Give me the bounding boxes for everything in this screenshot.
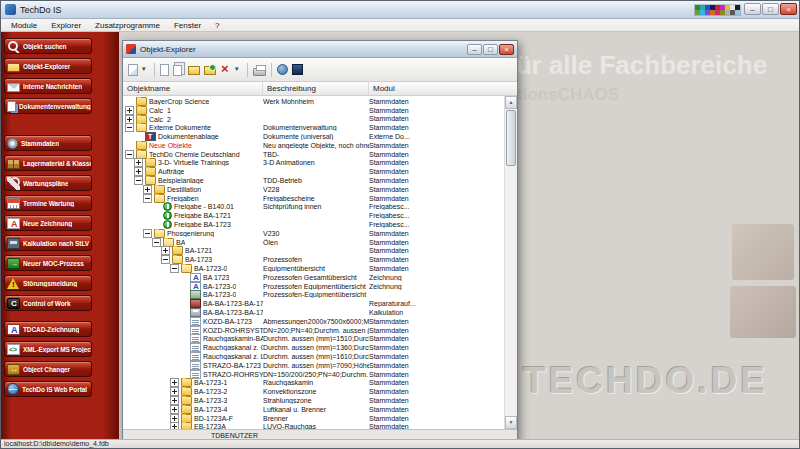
tree-row[interactable]: BayerCrop ScienceWerk MohnheimStammdaten: [123, 97, 504, 106]
expander-plus-icon[interactable]: [170, 414, 179, 423]
sidebar-button-interne-nachrichten[interactable]: Interne Nachrichten: [4, 78, 92, 94]
scroll-up-button[interactable]: ▲: [505, 96, 517, 109]
sidebar-button-xml-export-ms-project[interactable]: XML-Export MS Project: [4, 341, 92, 357]
tree-row[interactable]: KOZD-BA-1723Abmessungen2000x7500x6000;Ma…: [123, 317, 504, 326]
sidebar-button-wartungspläne[interactable]: Wartungspläne: [4, 175, 92, 191]
explorer-minimize-button[interactable]: –: [467, 44, 482, 55]
expander-plus-icon[interactable]: [161, 246, 170, 255]
sidebar-button-termine-wartung[interactable]: Termine Wartung: [4, 195, 92, 211]
tree-row[interactable]: BA-1721Stammdaten: [123, 247, 504, 256]
tree-row[interactable]: Freigabe BA-1721Freigabesc...: [123, 211, 504, 220]
sidebar-button-neuer-moc-prozess[interactable]: Neuer MOC-Prozess: [4, 255, 92, 271]
expander-minus-icon[interactable]: [152, 238, 161, 247]
navigate-icon[interactable]: [128, 64, 138, 76]
new-document-icon[interactable]: [160, 64, 169, 76]
expander-minus-icon[interactable]: [143, 194, 152, 203]
expander-plus-icon[interactable]: [170, 422, 179, 429]
expander-minus-icon[interactable]: [134, 176, 143, 185]
tree-row[interactable]: Neue ObjekteNeu angelegte Objekte, noch …: [123, 141, 504, 150]
copy-icon[interactable]: [173, 65, 182, 76]
tree-row[interactable]: BA 1723Prozessofen GesamtübersichtZeichn…: [123, 273, 504, 282]
tree-row[interactable]: Rauchgaskanal z. LUVODurchm. aussen (mm)…: [123, 352, 504, 361]
sidebar-button-objekt-suchen[interactable]: Objekt suchen: [4, 38, 92, 54]
tree-row[interactable]: PhosgenierungV230Stammdaten: [123, 229, 504, 238]
tree-row[interactable]: STRAZO-ROHRSYSTEMDN=150/200/250;PN=40;Du…: [123, 370, 504, 379]
explorer-close-button[interactable]: ×: [499, 44, 514, 55]
tree-row[interactable]: BA-1723-0Prozessofen-Equipmentübersicht: [123, 291, 504, 300]
expander-plus-icon[interactable]: [134, 167, 143, 176]
tree-row[interactable]: 3-D- Virtuelle Trainings3-D AnimationenS…: [123, 159, 504, 168]
menu-item-explorer[interactable]: Explorer: [44, 19, 88, 32]
explorer-titlebar[interactable]: Objekt-Explorer – □ ×: [123, 41, 517, 58]
tree-row[interactable]: BA-1723-0Prozessofen EquipmentübersichtZ…: [123, 282, 504, 291]
column-header-beschreibung[interactable]: Beschreibung: [263, 82, 369, 95]
column-header-objektname[interactable]: Objektname: [123, 82, 263, 95]
expander-plus-icon[interactable]: [170, 378, 179, 387]
expander-plus-icon[interactable]: [134, 158, 143, 167]
expander-minus-icon[interactable]: [143, 229, 152, 238]
close-button[interactable]: ×: [780, 3, 797, 15]
folder-add-icon[interactable]: [204, 66, 216, 75]
expander-plus-icon[interactable]: [170, 387, 179, 396]
tree-row[interactable]: Externe DokumenteDokumentenverwaltungSta…: [123, 123, 504, 132]
expander-plus-icon[interactable]: [125, 115, 134, 124]
sidebar-button-objekt-explorer[interactable]: Objekt-Explorer: [4, 58, 92, 74]
sidebar-button-techdo-is-web-portal[interactable]: TechDo IS Web Portal: [4, 381, 92, 397]
sidebar-button-störungsmeldung[interactable]: Störungsmeldung: [4, 275, 92, 291]
menu-item-module[interactable]: Module: [4, 19, 44, 32]
tree-row[interactable]: BA-1723ProzessofenStammdaten: [123, 255, 504, 264]
vertical-scrollbar[interactable]: ▲ ▼: [504, 96, 517, 429]
menu-item-?[interactable]: ?: [208, 19, 226, 32]
sidebar-button-stammdaten[interactable]: Stammdaten: [4, 135, 92, 151]
tree-row[interactable]: BA-1723-1RauchgaskaminStammdaten: [123, 379, 504, 388]
expander-minus-icon[interactable]: [125, 150, 134, 159]
new-folder-icon[interactable]: [188, 66, 200, 75]
sidebar-button-object-changer[interactable]: Object Changer: [4, 361, 92, 377]
tree-row[interactable]: DestillationV228Stammdaten: [123, 185, 504, 194]
tree-row[interactable]: Rauchgaskamin-BA-1723Durchm. aussen (mm)…: [123, 335, 504, 344]
tree-row[interactable]: TechDo Chemie DeutschlandTBD-Stammdaten: [123, 150, 504, 159]
expander-plus-icon[interactable]: [170, 405, 179, 414]
sidebar-button-dokumentenverwaltung[interactable]: Dokumentenverwaltung: [4, 98, 92, 114]
expander-minus-icon[interactable]: [161, 255, 170, 264]
tree-row[interactable]: AufträgeStammdaten: [123, 167, 504, 176]
info-icon[interactable]: [277, 64, 288, 75]
tree-row[interactable]: BA-1723-2KonvektionszoneStammdaten: [123, 387, 504, 396]
tree-row[interactable]: BA-1723-0EquipmentübersichtStammdaten: [123, 264, 504, 273]
tree-row[interactable]: BA-BA-1723-BA-17230Kalkulation: [123, 308, 504, 317]
scrollbar-thumb[interactable]: [506, 110, 516, 166]
tree-row[interactable]: Freigabe - B140.01Sichtprüfung innenFrei…: [123, 203, 504, 212]
tree-row[interactable]: BeispielanlageTDD-BetriebStammdaten: [123, 176, 504, 185]
caret-icon[interactable]: [235, 63, 242, 77]
tree-row[interactable]: Calc_2Stammdaten: [123, 115, 504, 124]
caret-icon[interactable]: [142, 63, 149, 77]
delete-icon[interactable]: [220, 63, 231, 76]
column-header-modul[interactable]: Modul: [369, 82, 517, 95]
sidebar-button-neue-zeichnung[interactable]: Neue Zeichnung: [4, 215, 92, 231]
tree-row[interactable]: Calc_1Stammdaten: [123, 106, 504, 115]
titlebar[interactable]: TechDo IS – □ ×: [1, 1, 799, 19]
tree-row[interactable]: STRAZO-BA-1723Durchm. aussen (mm)=7090;H…: [123, 361, 504, 370]
tree-row[interactable]: BA-BA-1723-BA-1723-0Reparaturauf...: [123, 299, 504, 308]
menu-item-fenster[interactable]: Fenster: [167, 19, 208, 32]
app-icon[interactable]: [292, 64, 303, 75]
tree-row[interactable]: FreigabenFreigabescheineStammdaten: [123, 194, 504, 203]
expander-minus-icon[interactable]: [125, 123, 134, 132]
maximize-button[interactable]: □: [762, 3, 779, 15]
tree-row[interactable]: BA-1723-3StrahlungszoneStammdaten: [123, 396, 504, 405]
tree-row[interactable]: BD-1723A-FBrennerStammdaten: [123, 414, 504, 423]
sidebar-button-kalkulation-nach-stlv[interactable]: Kalkulation nach StLV: [4, 235, 92, 251]
expander-plus-icon[interactable]: [125, 106, 134, 115]
tree-row[interactable]: BAÖlenStammdaten: [123, 238, 504, 247]
expander-plus-icon[interactable]: [143, 185, 152, 194]
scroll-down-button[interactable]: ▼: [505, 416, 517, 429]
minimize-button[interactable]: –: [744, 3, 761, 15]
tree-row[interactable]: BA-1723-4Luftkanal u. BrennerStammdaten: [123, 405, 504, 414]
menu-item-zusatzprogramme[interactable]: Zusatzprogramme: [88, 19, 167, 32]
tree-row[interactable]: KOZD-ROHRSYSTEMDN=200;PN=40;Durchm. auss…: [123, 326, 504, 335]
expander-minus-icon[interactable]: [170, 264, 179, 273]
tree-row[interactable]: Freigabe BA-1723Freigabesc...: [123, 220, 504, 229]
tree-row[interactable]: DokumentenablageDokumente (universal)Ext…: [123, 132, 504, 141]
sidebar-button-lagermaterial-klassen[interactable]: Lagermaterial & Klassen: [4, 155, 92, 171]
tree-row[interactable]: Rauchgaskanal z. GebläseDurchm. aussen (…: [123, 343, 504, 352]
